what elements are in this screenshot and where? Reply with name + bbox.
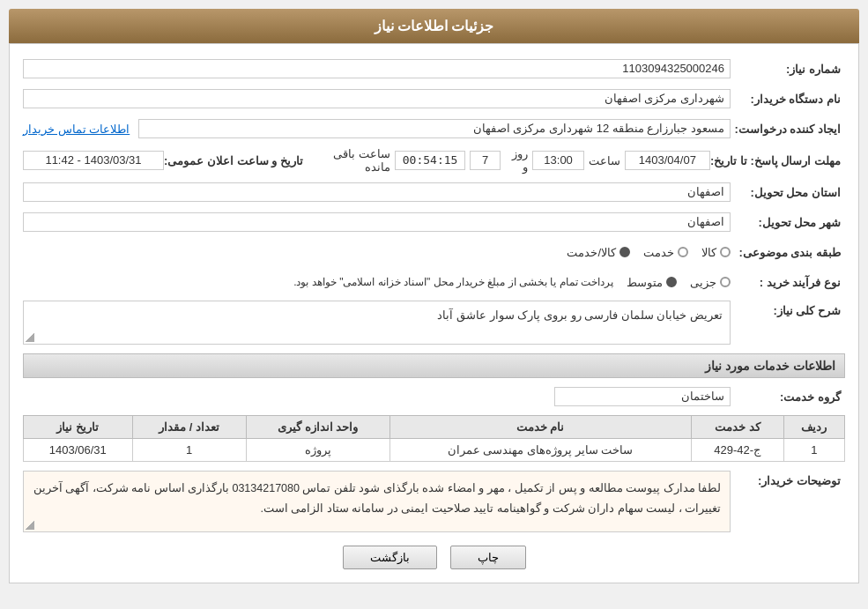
services-section-title: اطلاعات خدمات مورد نیاز (23, 353, 845, 378)
need-desc-value: تعریض خیابان سلمان فارسی رو بروی پارک سو… (23, 301, 731, 345)
creator-label: ایجاد کننده درخواست: (731, 123, 845, 136)
deadline-row: مهلت ارسال پاسخ: تا تاریخ: 1403/04/07 سا… (23, 147, 845, 174)
cell-row: 1 (783, 439, 844, 462)
motawaset-label: متوسط (627, 276, 663, 289)
city-value: اصفهان (23, 212, 731, 232)
need-desc-row: شرح کلی نیاز: تعریض خیابان سلمان فارسی ر… (23, 301, 845, 345)
cell-date: 1403/06/31 (24, 439, 133, 462)
process-motawaset: متوسط (627, 276, 677, 289)
service-group-label: گروه خدمت: (731, 390, 845, 404)
page-header: جزئیات اطلاعات نیاز (9, 9, 859, 43)
category-label: طبقه بندی موضوعی: (731, 246, 845, 259)
print-button[interactable]: چاپ (450, 546, 526, 569)
process-note: پرداخت تمام یا بخشی از مبلغ خریدار محل "… (293, 276, 613, 288)
city-row: شهر محل تحویل: اصفهان (23, 211, 845, 234)
col-name: نام خدمت (389, 416, 691, 439)
radio-jozi[interactable] (720, 277, 731, 287)
category-kala: کالا (701, 246, 731, 259)
buyer-notes-label: توضیحات خریدار: (731, 471, 845, 487)
process-type-label: نوع فرآیند خرید : (731, 276, 845, 289)
services-table: ردیف کد خدمت نام خدمت واحد اندازه گیری ت… (23, 415, 845, 462)
cell-name: ساخت سایر پروژه‌های مهندسی عمران (389, 439, 691, 462)
need-number-label: شماره نیاز: (731, 63, 845, 76)
jozi-label: جزیی (690, 276, 716, 289)
category-khedmat: خدمت (643, 246, 688, 259)
col-row: ردیف (783, 416, 844, 439)
province-label: استان محل تحویل: (731, 186, 845, 199)
col-date: تاریخ نیاز (24, 416, 133, 439)
response-deadline-label: مهلت ارسال پاسخ: تا تاریخ: (710, 154, 845, 167)
deadline-date-time: 1403/04/07 ساعت 13:00 روز و 7 00:54:15 س… (308, 147, 710, 174)
table-row: 1 ج-42-429 ساخت سایر پروژه‌های مهندسی عم… (24, 439, 845, 462)
process-jozi: جزیی (690, 276, 731, 289)
page-title: جزئیات اطلاعات نیاز (375, 19, 494, 33)
service-group-row: گروه خدمت: ساختمان (23, 385, 845, 408)
buyer-org-row: نام دستگاه خریدار: شهرداری مرکزی اصفهان (23, 87, 845, 110)
radio-khedmat[interactable] (678, 247, 688, 257)
pub-date-value: 1403/03/31 - 11:42 (23, 151, 164, 170)
days-label: روز و (505, 147, 529, 174)
contact-link[interactable]: اطلاعات تماس خریدار (23, 123, 130, 136)
kala-label: کالا (701, 246, 716, 259)
response-remaining: 00:54:15 (395, 151, 466, 170)
buyer-notes-row: توضیحات خریدار: لطفا مدارک پیوست مطالعه … (23, 471, 845, 532)
buyer-org-value: شهرداری مرکزی اصفهان (23, 89, 731, 108)
buttons-row: چاپ بازگشت (23, 546, 845, 569)
radio-kala-khedmat[interactable] (619, 247, 630, 257)
buyer-org-label: نام دستگاه خریدار: (731, 93, 845, 106)
response-time: 13:00 (532, 151, 583, 170)
province-value: اصفهان (23, 182, 731, 202)
creator-value: مسعود جبارزارع منطقه 12 شهرداری مرکزی اص… (138, 119, 731, 138)
cell-unit: پروژه (246, 439, 389, 462)
radio-motawaset[interactable] (666, 277, 677, 287)
category-row: طبقه بندی موضوعی: کالا خدمت کالا/خدمت (23, 241, 845, 264)
notes-resize-handle[interactable] (26, 521, 34, 530)
khedmat-label: خدمت (643, 246, 674, 259)
resize-handle[interactable] (26, 333, 34, 342)
category-options: کالا خدمت کالا/خدمت (23, 246, 731, 259)
table-header-row: ردیف کد خدمت نام خدمت واحد اندازه گیری ت… (24, 416, 845, 439)
city-label: شهر محل تحویل: (731, 216, 845, 229)
buyer-notes-value: لطفا مدارک پیوست مطالعه و پس از تکمیل ، … (23, 471, 731, 532)
time-label: ساعت (589, 154, 620, 167)
need-number-value: 1103094325000246 (23, 59, 731, 78)
cell-qty: 1 (132, 439, 246, 462)
response-days: 7 (470, 151, 500, 170)
process-options: جزیی متوسط پرداخت تمام یا بخشی از مبلغ خ… (293, 276, 731, 289)
process-type-row: نوع فرآیند خرید : جزیی متوسط پرداخت تمام… (23, 271, 845, 293)
page-container: جزئیات اطلاعات نیاز شماره نیاز: 11030943… (0, 0, 868, 609)
col-unit: واحد اندازه گیری (246, 416, 389, 439)
col-qty: تعداد / مقدار (132, 416, 246, 439)
cell-code: ج-42-429 (691, 439, 783, 462)
kala-khedmat-label: کالا/خدمت (567, 246, 616, 259)
response-date: 1403/04/07 (625, 151, 710, 170)
radio-kala[interactable] (720, 247, 731, 257)
service-group-value: ساختمان (554, 387, 731, 406)
remaining-label: ساعت باقی مانده (308, 147, 390, 174)
category-kala-khedmat: کالا/خدمت (567, 246, 630, 259)
province-row: استان محل تحویل: اصفهان (23, 181, 845, 204)
back-button[interactable]: بازگشت (343, 546, 437, 569)
col-code: کد خدمت (691, 416, 783, 439)
main-content: شماره نیاز: 1103094325000246 نام دستگاه … (9, 43, 859, 583)
need-desc-label: شرح کلی نیاز: (731, 301, 845, 317)
pub-date-label: تاریخ و ساعت اعلان عمومی: (164, 154, 308, 167)
need-number-row: شماره نیاز: 1103094325000246 (23, 57, 845, 80)
creator-row: ایجاد کننده درخواست: مسعود جبارزارع منطق… (23, 117, 845, 140)
